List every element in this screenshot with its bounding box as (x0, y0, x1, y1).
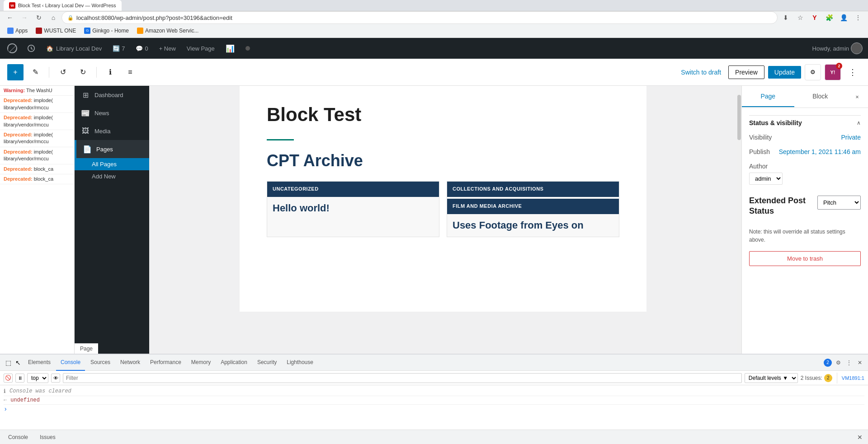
status-section-header[interactable]: Status & visibility ∧ (749, 115, 861, 130)
list-view-button[interactable]: ≡ (122, 64, 138, 80)
devtools-settings-icon[interactable]: ⚙ (834, 358, 843, 367)
devtools-more-icon[interactable]: ⋮ (844, 358, 854, 367)
download-icon[interactable]: ⬇ (779, 11, 792, 24)
editor-scrollbar-thumb[interactable] (737, 95, 741, 140)
publish-field: Publish September 1, 2021 11:46 am (749, 145, 861, 159)
wp-customize-icon[interactable] (24, 38, 38, 59)
devtools-footer: Console Issues ✕ (0, 430, 868, 444)
status-visibility-section: Status & visibility ∧ Visibility Private… (749, 115, 861, 188)
editor-scrollbar[interactable] (737, 86, 741, 354)
devtools-inspect-button[interactable]: ⬚ (4, 358, 13, 367)
wp-comments[interactable]: 💬 0 (133, 38, 151, 59)
devtools-tab-memory[interactable]: Memory (187, 355, 215, 371)
info-button[interactable]: ℹ (102, 64, 118, 80)
update-button[interactable]: Update (768, 66, 801, 79)
wp-admin-right: Howdy, admin (812, 42, 863, 54)
sidebar-item-dashboard[interactable]: ⊞ Dashboard (75, 86, 149, 104)
post-card-1[interactable]: UNCATEGORIZED Hello world! (267, 181, 439, 237)
sidebar-sub-add-new[interactable]: Add New (75, 170, 149, 182)
devtools-tab-performance[interactable]: Performance (146, 355, 186, 371)
back-button[interactable]: ← (4, 11, 16, 24)
bookmark-icon[interactable]: ☆ (794, 11, 807, 24)
bookmark-wustl[interactable]: WUSTL ONE (32, 25, 80, 36)
console-line-cleared: ℹ Console was cleared (4, 387, 864, 396)
top-selector[interactable]: top (27, 373, 48, 383)
devtools-tab-lighthouse[interactable]: Lighthouse (282, 355, 318, 371)
toolbar-right: Switch to draft Preview Update ⚙ Y! 2 ⋮ (677, 64, 861, 80)
console-clear-button[interactable]: 🚫 (4, 374, 13, 383)
dep-text-6: block_ca (34, 166, 53, 172)
publish-value[interactable]: September 1, 2021 11:46 am (779, 148, 861, 155)
sidebar-item-pages[interactable]: 📄 Pages (75, 140, 149, 158)
admin-avatar[interactable] (851, 42, 863, 54)
wp-view-page[interactable]: View Page (184, 38, 217, 59)
wp-yoast-bar[interactable]: 📊 (223, 38, 237, 59)
bookmark-ginkgo[interactable]: G Ginkgo - Home (80, 25, 132, 36)
news-icon: 📰 (81, 108, 90, 117)
redo-button[interactable]: ↻ (75, 64, 91, 80)
sidebar-item-news[interactable]: 📰 News (75, 104, 149, 122)
more-button[interactable]: ⋮ (844, 64, 861, 80)
yoast-icon[interactable]: Y (808, 11, 821, 24)
devtools-tab-elements[interactable]: Elements (24, 355, 55, 371)
wp-logo[interactable] (5, 42, 19, 55)
devtools-pointer-button[interactable]: ↖ (14, 358, 23, 367)
console-input[interactable] (10, 406, 864, 412)
devtools-tab-console[interactable]: Console (56, 355, 85, 371)
filter-input[interactable] (63, 373, 742, 383)
issues-count-text: 2 Issues: (801, 375, 822, 381)
devtools-tab-network[interactable]: Network (116, 355, 145, 371)
tab-block[interactable]: Block (794, 86, 847, 107)
devtools-close-icon[interactable]: ✕ (855, 358, 864, 367)
apps-favicon (7, 28, 14, 34)
undo-button[interactable]: ↺ (55, 64, 71, 80)
visibility-value[interactable]: Private (841, 134, 861, 141)
browser-nav-bar: ← → ↻ ⌂ 🔒 localhost:8080/wp-admin/post.p… (0, 11, 868, 24)
post-card-2[interactable]: COLLECTIONS AND ACQUISITIONS FILM AND ME… (447, 181, 619, 237)
extended-status-select[interactable]: Pitch Draft Published (817, 196, 861, 210)
preview-button[interactable]: Preview (728, 65, 764, 79)
devtools-footer-close[interactable]: ✕ (855, 433, 864, 442)
yoast-button[interactable]: Y! 2 (825, 64, 841, 80)
post-card-1-title[interactable]: Hello world! (267, 197, 439, 220)
post-title[interactable]: Block Test (267, 104, 619, 126)
wp-new[interactable]: + New (156, 38, 179, 59)
bookmark-apps[interactable]: Apps (4, 25, 31, 36)
tab-page[interactable]: Page (742, 86, 794, 107)
extension-icon[interactable]: 🧩 (823, 11, 835, 24)
wp-circle-icon[interactable] (243, 38, 253, 59)
eye-button[interactable]: 👁 (51, 374, 60, 383)
menu-icon[interactable]: ⋮ (852, 11, 864, 24)
console-pause-button[interactable]: ⏸ (15, 374, 24, 383)
deprecation-2: Deprecated: implode(library/vendor/rmccu (0, 96, 74, 113)
profile-icon[interactable]: 👤 (837, 11, 850, 24)
move-to-trash-button[interactable]: Move to trash (749, 251, 861, 266)
forward-button[interactable]: → (18, 11, 31, 24)
block-heading[interactable]: CPT Archive (267, 151, 619, 170)
wp-updates[interactable]: 🔄 7 (110, 38, 127, 59)
switch-draft-button[interactable]: Switch to draft (677, 69, 725, 76)
default-levels-select[interactable]: Default levels ▼ (745, 373, 798, 383)
sidebar-close-button[interactable]: × (849, 89, 865, 105)
wp-site-name[interactable]: 🏠 Library Local Dev (43, 38, 104, 59)
address-bar[interactable]: 🔒 localhost:8080/wp-admin/post.php?post=… (61, 11, 778, 24)
sidebar-item-media[interactable]: 🖼 Media (75, 122, 149, 140)
devtools-tab-sources[interactable]: Sources (86, 355, 115, 371)
devtools-tab-security[interactable]: Security (253, 355, 281, 371)
vm-link[interactable]: VM1891:1 (842, 375, 864, 381)
post-card-2-title[interactable]: Uses Footage from Eyes on (447, 214, 619, 237)
bookmark-amazon[interactable]: Amazon Web Servic... (133, 25, 203, 36)
home-button[interactable]: ⌂ (47, 11, 60, 24)
settings-button[interactable]: ⚙ (805, 64, 821, 80)
devtools-tab-application[interactable]: Application (216, 355, 252, 371)
tools-button[interactable]: ✎ (27, 64, 43, 80)
devtools-footer-tab-issues[interactable]: Issues (35, 430, 60, 444)
sidebar-sub-all-pages[interactable]: All Pages (75, 158, 149, 170)
status-section-title: Status & visibility (749, 119, 802, 126)
add-block-button[interactable]: + (7, 64, 24, 80)
settings-gear-icon: ⚙ (810, 69, 816, 75)
refresh-button[interactable]: ↻ (33, 11, 45, 24)
author-select[interactable]: admin (749, 173, 783, 185)
devtools-footer-tab-console[interactable]: Console (4, 430, 33, 444)
active-tab[interactable]: W Block Test ‹ Library Local Dev — WordP… (4, 0, 122, 11)
